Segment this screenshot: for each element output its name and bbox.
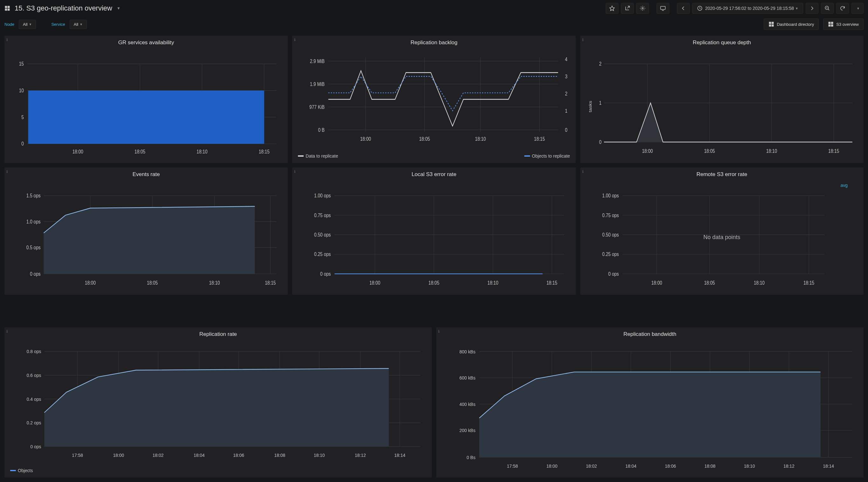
var-service-select[interactable]: All ▼ <box>70 20 87 29</box>
info-icon[interactable]: ℹ <box>438 329 440 334</box>
svg-text:2: 2 <box>599 61 601 66</box>
dashboard-grid-icon[interactable] <box>4 5 10 11</box>
time-range-text: 2020-05-29 17:56:02 to 2020-05-29 18:15:… <box>705 6 794 11</box>
svg-text:0 Bs: 0 Bs <box>467 455 476 460</box>
svg-text:18:10: 18:10 <box>488 280 498 286</box>
svg-text:0: 0 <box>565 127 567 133</box>
panel-title: Replication rate <box>4 327 432 339</box>
svg-text:18:05: 18:05 <box>704 280 715 286</box>
svg-text:0.75 ops: 0.75 ops <box>314 212 331 218</box>
svg-rect-14 <box>829 25 831 27</box>
info-icon[interactable]: ℹ <box>582 169 584 174</box>
info-icon[interactable]: ℹ <box>6 329 8 334</box>
info-icon[interactable]: ℹ <box>6 169 8 174</box>
dashboard-title[interactable]: 15. S3 geo-replication overview <box>14 4 112 12</box>
var-node-label[interactable]: Node <box>4 22 14 27</box>
svg-text:18:10: 18:10 <box>196 149 207 154</box>
caret-down-icon: ▼ <box>29 23 32 26</box>
legend-item[interactable]: Data to replicate <box>298 153 338 159</box>
legend-item[interactable]: Objects <box>10 468 33 473</box>
svg-text:1.00 ops: 1.00 ops <box>602 193 619 198</box>
refresh-button[interactable] <box>836 3 849 14</box>
panel-replication-rate[interactable]: ℹ Replication rate 0.8 ops 0.6 ops 0.4 o… <box>4 327 432 478</box>
svg-text:18:06: 18:06 <box>665 463 676 469</box>
panel-title: Local S3 error rate <box>292 167 576 179</box>
tv-mode-button[interactable] <box>657 3 669 14</box>
svg-text:2: 2 <box>565 91 567 97</box>
panel-replication-queue-depth[interactable]: ℹ Replication queue depth tasks 2 1 0 18… <box>580 36 864 163</box>
svg-rect-15 <box>831 25 833 27</box>
svg-text:18:00: 18:00 <box>360 136 371 142</box>
panel-local-s3-error[interactable]: ℹ Local S3 error rate 1.00 ops 0.75 ops … <box>292 167 576 295</box>
svg-text:18:05: 18:05 <box>704 148 715 154</box>
info-icon[interactable]: ℹ <box>294 37 296 42</box>
info-icon[interactable]: ℹ <box>6 37 8 42</box>
svg-text:18:10: 18:10 <box>209 280 220 286</box>
svg-text:1.0 ops: 1.0 ops <box>26 219 41 224</box>
svg-text:0.4 ops: 0.4 ops <box>27 396 41 402</box>
panel-events-rate[interactable]: ℹ Events rate 1.5 ops 1.0 ops 0.5 ops 0 … <box>4 167 288 295</box>
svg-text:0.6 ops: 0.6 ops <box>27 373 41 378</box>
zoom-out-button[interactable] <box>821 3 834 14</box>
star-icon <box>609 5 615 11</box>
svg-text:18:08: 18:08 <box>704 463 715 469</box>
svg-text:18:12: 18:12 <box>783 463 795 469</box>
refresh-interval-button[interactable]: ▼ <box>851 3 864 14</box>
svg-text:0 ops: 0 ops <box>30 271 40 277</box>
chart-replication-bandwidth: 800 kBs 600 kBs 400 kBs 200 kBs 0 Bs 17:… <box>441 341 859 474</box>
panel-replication-bandwidth[interactable]: ℹ Replication bandwidth 800 kBs 600 kBs … <box>436 327 864 478</box>
svg-text:18:14: 18:14 <box>394 452 405 458</box>
svg-text:1: 1 <box>599 100 601 106</box>
legend-item[interactable]: Objects to replicate <box>524 153 570 159</box>
star-button[interactable] <box>606 3 618 14</box>
svg-text:1.5 ops: 1.5 ops <box>26 193 41 198</box>
svg-text:977 KiB: 977 KiB <box>309 104 324 110</box>
settings-button[interactable] <box>636 3 649 14</box>
svg-text:17:58: 17:58 <box>507 463 518 469</box>
svg-text:0.25 ops: 0.25 ops <box>314 252 331 257</box>
svg-text:1.9 MiB: 1.9 MiB <box>310 81 324 87</box>
svg-text:18:15: 18:15 <box>547 280 557 286</box>
time-range-picker[interactable]: 2020-05-29 17:56:02 to 2020-05-29 18:15:… <box>692 3 803 14</box>
svg-text:18:04: 18:04 <box>625 463 637 469</box>
svg-text:18:00: 18:00 <box>546 463 557 469</box>
link-label: S3 overview <box>836 22 859 27</box>
title-caret-icon[interactable]: ▼ <box>117 6 121 10</box>
chart-local-error: 1.00 ops 0.75 ops 0.50 ops 0.25 ops 0 op… <box>297 181 570 292</box>
clock-icon <box>697 5 703 11</box>
panel-replication-backlog[interactable]: ℹ Replication backlog 2.9 MiB 1.9 MiB 97… <box>292 36 576 163</box>
svg-marker-61 <box>604 103 852 142</box>
svg-text:18:10: 18:10 <box>766 148 777 154</box>
var-node-select[interactable]: All ▼ <box>19 20 36 29</box>
var-service-value: All <box>74 22 78 27</box>
svg-point-4 <box>642 8 643 9</box>
svg-text:15: 15 <box>19 61 24 66</box>
dashboard-directory-link[interactable]: Dashboard directory <box>764 19 819 30</box>
svg-text:0 ops: 0 ops <box>320 271 331 277</box>
svg-text:3: 3 <box>565 74 567 80</box>
var-service-label[interactable]: Service <box>51 22 65 27</box>
info-icon[interactable]: ℹ <box>582 37 584 42</box>
time-forward-button[interactable] <box>806 3 818 14</box>
svg-rect-24 <box>28 90 264 144</box>
svg-text:200 kBs: 200 kBs <box>459 428 475 433</box>
time-back-button[interactable] <box>677 3 690 14</box>
legend-label: Objects <box>18 468 33 473</box>
no-data-label: No data points <box>703 234 740 241</box>
chart-events-rate: 1.5 ops 1.0 ops 0.5 ops 0 ops 18:00 18:0… <box>9 181 283 292</box>
panel-gr-services[interactable]: ℹ GR services availability 15 10 5 0 18:… <box>4 36 288 163</box>
svg-text:600 kBs: 600 kBs <box>459 375 475 381</box>
svg-rect-9 <box>772 22 774 24</box>
info-icon[interactable]: ℹ <box>294 169 296 174</box>
svg-text:400 kBs: 400 kBs <box>459 401 475 407</box>
svg-text:800 kBs: 800 kBs <box>459 349 475 355</box>
svg-rect-10 <box>769 25 771 27</box>
chevron-right-icon <box>809 5 815 11</box>
svg-text:0.5 ops: 0.5 ops <box>26 245 41 250</box>
link-label: Dashboard directory <box>777 22 814 27</box>
svg-text:0: 0 <box>21 141 24 147</box>
s3-overview-link[interactable]: S3 overview <box>823 19 864 30</box>
share-icon <box>624 5 630 11</box>
panel-remote-s3-error[interactable]: ℹ Remote S3 error rate avg 1.00 ops 0.75… <box>580 167 864 295</box>
share-button[interactable] <box>621 3 634 14</box>
